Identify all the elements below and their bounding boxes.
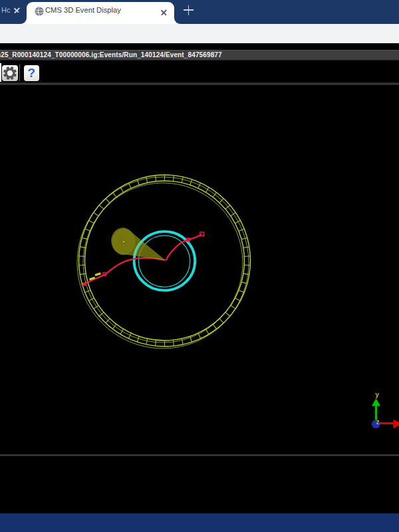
svg-text:z: z [376,418,379,426]
svg-text:y: y [375,391,379,398]
